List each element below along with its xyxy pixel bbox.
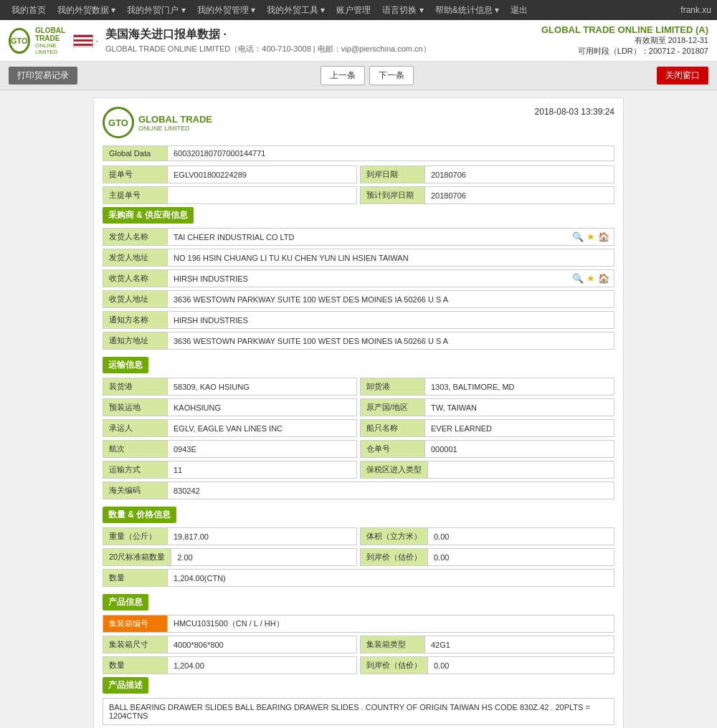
weight-volume-row: 重量（公斤） 19,817.00 体积（立方米） 0.00 [103, 527, 614, 545]
nav-account[interactable]: 账户管理 [331, 0, 376, 20]
consignee-addr-label: 收货人地址 [103, 291, 168, 307]
product-qty-row: 数量 1,204.00 [103, 656, 357, 674]
shipping-header: 运输信息 [103, 357, 148, 373]
notify-name-label: 通知方名称 [103, 312, 168, 328]
prev-button-top[interactable]: 上一条 [320, 66, 365, 85]
arrival-price-value: 0.00 [428, 549, 614, 565]
shipper-addr-value: NO 196 HSIN CHUANG LI TU KU CHEN YUN LIN… [168, 249, 614, 266]
load-port-label: 装货港 [103, 378, 168, 395]
transport-row: 运输方式 11 [103, 461, 357, 479]
doc-logo: GTO GLOBAL TRADE ONLINE LIMITED [103, 107, 212, 138]
shipper-star-icon[interactable]: ★ [587, 231, 595, 242]
notify-name-value: HIRSH INDUSTRIES [168, 312, 614, 328]
toolbar-top: 打印贸易记录 上一条 下一条 关闭窗口 [0, 62, 717, 90]
volume-label: 体积（立方米） [361, 528, 428, 545]
nav-manage[interactable]: 我的外贸管理 ▾ [191, 0, 261, 20]
volume-value: 0.00 [428, 528, 614, 545]
buyer-supplier-header: 采购商 & 供应商信息 [103, 207, 194, 224]
nav-data[interactable]: 我的外贸数据 ▾ [52, 0, 121, 20]
qty-row: 数量 1,204.00(CTN) [103, 569, 614, 587]
logo-text: GLOBAL TRADE [35, 27, 66, 42]
consignee-star-icon[interactable]: ★ [587, 273, 595, 284]
notify-addr-row: 通知方地址 3636 WESTOWN PARKWAY SUITE 100 WES… [103, 332, 614, 350]
print-button-top[interactable]: 打印贸易记录 [9, 67, 77, 85]
product-price-value: 0.00 [428, 657, 614, 674]
nav-tools[interactable]: 我的外贸工具 ▾ [261, 0, 331, 20]
origin-row: 原产国/地区 TW, TAIWAN [360, 398, 614, 416]
weight-label: 重量（公斤） [103, 528, 168, 545]
page-subtitle: GLOBAL TRADE ONLINE LIMITED（电话：400-710-3… [105, 44, 431, 54]
shipper-name-value: TAI CHEER INDUSTRIAL CO LTD [168, 229, 572, 245]
vessel-row: 船只名称 EVER LEARNED [360, 419, 614, 437]
container-type-row: 集装箱类型 42G1 [360, 636, 614, 653]
consignee-home-icon[interactable]: 🏠 [598, 273, 609, 284]
shipper-search-icon[interactable]: 🔍 [572, 231, 584, 242]
container-size-type-row: 集装箱尺寸 4000*806*800 集装箱类型 42G1 [103, 636, 614, 653]
page-title: 美国海关进口报单数据 · [105, 27, 431, 42]
arrival-date-label: 到岸日期 [361, 166, 425, 183]
ldr-info: 可用时段（LDR）：200712 - 201807 [541, 46, 708, 57]
doc-brand-big: GLOBAL TRADE [138, 114, 212, 125]
logo-subtext: ONLINE LIMITED [35, 42, 66, 55]
close-button-top[interactable]: 关闭窗口 [657, 67, 708, 85]
discharge-port-value: 1303, BALTIMORE, MD [425, 378, 614, 395]
global-data-value: 600320180707000144771 [168, 146, 614, 161]
flag-label: · [96, 37, 98, 45]
origin-value: TW, TAIWAN [425, 399, 614, 416]
consignee-search-icon[interactable]: 🔍 [572, 273, 584, 284]
arrival-date-value: 20180706 [425, 166, 614, 183]
bill-row: 提单号 EGLV001800224289 到岸日期 20180706 [103, 166, 614, 183]
transport-label: 运输方式 [103, 461, 168, 478]
product-qty-label: 数量 [103, 657, 168, 674]
nav-home[interactable]: 我的首页 [6, 0, 52, 20]
master-bill-label: 主提单号 [103, 187, 168, 203]
notify-addr-label: 通知方地址 [103, 332, 168, 349]
voyage-warehouse-row: 航次 0943E 仓单号 000001 [103, 440, 614, 458]
consignee-addr-row: 收货人地址 3636 WESTOWN PARKWAY SUITE 100 WES… [103, 290, 614, 308]
vessel-value: EVER LEARNED [425, 420, 614, 436]
header-left: GTO GLOBAL TRADE ONLINE LIMITED · 美国海关进口… [9, 24, 431, 57]
logo: GTO GLOBAL TRADE ONLINE LIMITED [9, 24, 66, 57]
nav-language[interactable]: 语言切换 ▾ [376, 0, 429, 20]
consignee-name-value: HIRSH INDUSTRIES [168, 270, 572, 287]
warehouse-row: 仓单号 000001 [360, 440, 614, 458]
quantity-price-section: 数量 & 价格信息 重量（公斤） 19,817.00 体积（立方米） 0.00 … [103, 507, 614, 587]
consignee-name-row: 收货人名称 HIRSH INDUSTRIES 🔍 ★ 🏠 [103, 269, 614, 287]
forecast-port-label: 预装运地 [103, 399, 168, 416]
consignee-name-label: 收货人名称 [103, 270, 168, 287]
bonded-row: 保税区进入类型 [360, 461, 614, 479]
customs-row: 海关编码 830242 [103, 482, 614, 499]
carrier-value: EGLV, EAGLE VAN LINES INC [168, 420, 356, 436]
qty-label: 数量 [103, 570, 168, 586]
nav-portal[interactable]: 我的外贸门户 ▾ [121, 0, 191, 20]
validity-info: 有效期至 2018-12-31 [541, 35, 708, 46]
forecast-port-row: 预装运地 KAOHSIUNG [103, 398, 357, 416]
doc-timestamp: 2018-08-03 13:39:24 [535, 107, 614, 117]
next-button-top[interactable]: 下一条 [369, 66, 414, 85]
customs-label: 海关编码 [103, 482, 168, 499]
carrier-vessel-row: 承运人 EGLV, EAGLE VAN LINES INC 船只名称 EVER … [103, 419, 614, 437]
header-title-block: 美国海关进口报单数据 · GLOBAL TRADE ONLINE LIMITED… [105, 27, 431, 54]
header-flag: · [73, 34, 98, 47]
nav-logout[interactable]: 退出 [505, 0, 533, 20]
bill-label: 提单号 [103, 166, 168, 183]
product-section: 产品信息 集装箱编号 HMCU1031500（CN / L / HH） 集装箱尺… [103, 594, 614, 728]
qty-value: 1,204.00(CTN) [168, 570, 614, 586]
carrier-label: 承运人 [103, 420, 168, 436]
container-number-label: 集装箱编号 [103, 616, 168, 632]
doc-brand-small: ONLINE LIMITED [138, 125, 212, 132]
header-right: GLOBAL TRADE ONLINE LIMITED (A) 有效期至 201… [541, 24, 708, 57]
product-qty-value: 1,204.00 [168, 657, 356, 674]
forecast-origin-row: 预装运地 KAOHSIUNG 原产国/地区 TW, TAIWAN [103, 398, 614, 416]
brand-name: GLOBAL TRADE ONLINE LIMITED (A) [541, 24, 708, 35]
container-type-label: 集装箱类型 [361, 636, 425, 653]
shipper-home-icon[interactable]: 🏠 [598, 231, 609, 242]
container-number-row: 集装箱编号 HMCU1031500（CN / L / HH） [103, 615, 614, 633]
weight-row: 重量（公斤） 19,817.00 [103, 527, 357, 545]
warehouse-label: 仓单号 [361, 441, 425, 457]
carrier-row: 承运人 EGLV, EAGLE VAN LINES INC [103, 419, 357, 437]
top-nav: 我的首页 我的外贸数据 ▾ 我的外贸门户 ▾ 我的外贸管理 ▾ 我的外贸工具 ▾… [0, 0, 717, 20]
nav-help[interactable]: 帮助&统计信息 ▾ [429, 0, 505, 20]
shipper-icons: 🔍 ★ 🏠 [572, 229, 614, 245]
toolbar-nav: 上一条 下一条 [320, 66, 414, 85]
